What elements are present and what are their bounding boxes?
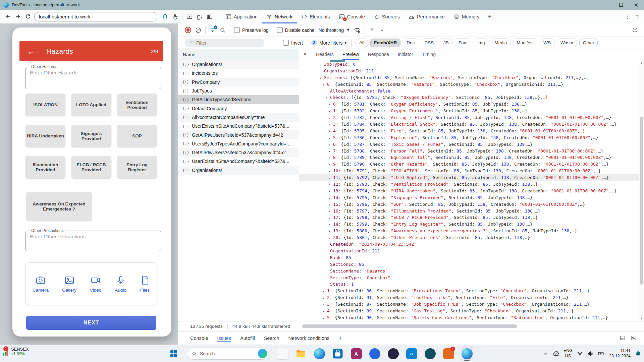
drawer-tab-issues[interactable]: Issues bbox=[217, 336, 231, 341]
detail-tab-headers[interactable]: Headers bbox=[316, 49, 334, 60]
collapsed-arrow-icon[interactable]: ▸ bbox=[323, 288, 327, 295]
throttling-dropdown[interactable]: No throttling▼ bbox=[319, 27, 350, 33]
json-line[interactable]: ▸20: {Id: 5801, Check: "Other Precaution… bbox=[299, 234, 639, 241]
collapsed-arrow-icon[interactable]: ▸ bbox=[329, 188, 333, 195]
collapsed-arrow-icon[interactable]: ▸ bbox=[329, 195, 333, 201]
hazard-button-elcb-rccb-provided[interactable]: ELCB / RCCB Provided bbox=[71, 156, 111, 178]
inspect-cursor-icon[interactable] bbox=[184, 12, 195, 22]
attachment-audio[interactable]: Audio bbox=[115, 275, 126, 293]
record-network-log-icon[interactable] bbox=[185, 27, 191, 33]
filter-pill-js[interactable]: JS bbox=[440, 39, 452, 47]
request-row[interactable]: {:}Organisations/ bbox=[178, 166, 299, 175]
json-line[interactable]: ▸5: {SectionId: 90, SectionName: "Safety… bbox=[299, 314, 639, 321]
json-line[interactable]: ▸18: {Id: 5799, Check: "Entry Log Regist… bbox=[299, 221, 639, 228]
request-row[interactable]: {:}JobTypes bbox=[178, 86, 299, 95]
filter-pill-media[interactable]: Media bbox=[491, 39, 511, 47]
json-line[interactable]: ▸3: {SectionId: 87, SectionName: "Job Sp… bbox=[299, 301, 639, 308]
collapsed-arrow-icon[interactable]: ▸ bbox=[329, 101, 333, 108]
language-indicator[interactable]: ENGUS bbox=[564, 348, 573, 359]
tab-network[interactable]: Network bbox=[262, 10, 297, 23]
collapsed-arrow-icon[interactable]: ▸ bbox=[329, 228, 333, 235]
detail-tab-preview[interactable]: Preview bbox=[342, 49, 359, 60]
collapsed-arrow-icon[interactable]: ▸ bbox=[329, 181, 333, 188]
tab-elements[interactable]: Elements bbox=[297, 10, 334, 23]
collapsed-arrow-icon[interactable]: ▸ bbox=[329, 215, 333, 221]
hazard-button-ventilation-provided[interactable]: Ventilation Provided bbox=[117, 94, 157, 116]
json-line[interactable]: ▸1: {Id: 5782, Check: "Oxygen Enrichment… bbox=[299, 108, 639, 114]
json-line[interactable]: ▸5: {Id: 5786, Check: "Explosion", Secti… bbox=[299, 134, 639, 141]
close-button[interactable] bbox=[629, 0, 644, 10]
json-line[interactable]: ▸4: {SectionId: 89, SectionName: "Gas Te… bbox=[299, 308, 639, 314]
hazard-button-isolation[interactable]: ISOLATION bbox=[25, 94, 65, 116]
taskbar-taskbar-app-5[interactable]: A bbox=[350, 346, 363, 361]
filter-pill-other[interactable]: Other bbox=[579, 39, 598, 47]
tab-application[interactable]: Application bbox=[221, 10, 262, 23]
hazard-button-signage-s-provided[interactable]: Signage's Provided bbox=[71, 125, 111, 147]
preserve-log-checkbox[interactable]: Preserve log bbox=[234, 27, 269, 33]
search-icon[interactable] bbox=[220, 27, 226, 33]
taskbar-microsoft-store[interactable] bbox=[331, 346, 344, 361]
request-row[interactable]: {:}UserExistsInSiteAndCompany?&siteId=53… bbox=[178, 122, 299, 130]
invert-checkbox[interactable]: Invert bbox=[283, 40, 303, 46]
json-line[interactable]: ▸10: {Id: 5791, Check: "ISOLATION", Sect… bbox=[299, 168, 639, 174]
collapsed-arrow-icon[interactable]: ▸ bbox=[329, 148, 333, 155]
collapsed-arrow-icon[interactable]: ▸ bbox=[323, 315, 327, 321]
tab-memory[interactable]: Memory bbox=[449, 10, 484, 23]
close-detail-icon[interactable]: × bbox=[303, 51, 307, 58]
add-drawer-tab-button[interactable]: + bbox=[338, 335, 342, 342]
hazard-button-entry-log-register[interactable]: Entry Log Register bbox=[117, 156, 157, 178]
device-toolbar-icon[interactable] bbox=[195, 12, 205, 22]
scrollbar-thumb[interactable] bbox=[302, 324, 517, 328]
taskbar-file-explorer[interactable] bbox=[294, 346, 307, 361]
json-line[interactable]: ▸12: {Id: 5793, Check: "Ventilation Prov… bbox=[299, 181, 639, 188]
settings-gear-icon[interactable] bbox=[632, 27, 638, 33]
battery-charging-icon[interactable] bbox=[598, 351, 605, 357]
collapsed-arrow-icon[interactable]: ▸ bbox=[323, 301, 327, 308]
expanded-arrow-icon[interactable]: ▾ bbox=[323, 81, 327, 88]
request-row[interactable]: {:}GetAllPtwUsers?siteId=537&companyId=4… bbox=[178, 130, 299, 139]
collapsed-arrow-icon[interactable]: ▸ bbox=[329, 175, 333, 181]
request-row[interactable]: {:}incidentsites bbox=[178, 69, 299, 77]
request-row[interactable]: {:}GetAllJobTypesAndSections bbox=[178, 95, 299, 104]
drawer-tab-console[interactable]: Console bbox=[190, 336, 208, 341]
back-arrow-icon[interactable]: ← bbox=[27, 47, 35, 56]
collapsed-arrow-icon[interactable]: ▸ bbox=[323, 308, 327, 315]
drawer-tab-search[interactable]: Search bbox=[264, 336, 279, 341]
request-row[interactable]: {:}UsersByJobTypesAndCompany?companyId=.… bbox=[178, 139, 299, 148]
taskbar-taskbar-app-3[interactable] bbox=[313, 346, 326, 361]
wifi-icon[interactable] bbox=[577, 351, 583, 357]
refresh-button[interactable] bbox=[23, 12, 33, 22]
filter-input[interactable]: Filter bbox=[185, 39, 264, 47]
hazard-button-loto-applied[interactable]: LOTO Applied bbox=[71, 94, 111, 116]
collapsed-arrow-icon[interactable]: ▸ bbox=[329, 161, 333, 168]
collapsed-arrow-icon[interactable]: ▸ bbox=[329, 201, 333, 208]
back-button[interactable] bbox=[3, 12, 13, 22]
filter-pill-css[interactable]: CSS bbox=[421, 39, 437, 47]
clock[interactable]: 11:4123-12-2024 bbox=[609, 348, 631, 359]
minimize-button[interactable] bbox=[598, 0, 613, 10]
stock-widget[interactable]: 1 SENSEX +1.09% bbox=[3, 347, 29, 356]
address-bar[interactable]: localhost/permit-to-work bbox=[34, 12, 157, 21]
json-line[interactable]: ▸8: {Id: 5789, Check: "Equipment fall", … bbox=[299, 154, 639, 161]
volume-icon[interactable] bbox=[587, 351, 593, 357]
collapsed-arrow-icon[interactable]: ▸ bbox=[329, 141, 333, 148]
json-line[interactable]: ▸2: {SectionId: 91, SectionName: "Toolbo… bbox=[299, 294, 639, 301]
collapsed-arrow-icon[interactable]: ▸ bbox=[329, 208, 333, 215]
devtools-menu-button[interactable]: ⋮ bbox=[625, 14, 630, 20]
next-button[interactable]: NEXT bbox=[26, 316, 156, 330]
attachment-gallery[interactable]: Gallery bbox=[62, 275, 76, 293]
collapsed-arrow-icon[interactable]: ▸ bbox=[329, 235, 333, 241]
devtools-help-button[interactable]: ? bbox=[636, 14, 639, 19]
request-list-header[interactable]: Name bbox=[178, 49, 299, 60]
hazard-button-illumination-provided[interactable]: Illumination Provided bbox=[25, 156, 65, 178]
taskbar-taskbar-app-1[interactable] bbox=[276, 346, 289, 361]
request-row[interactable]: {:}UserExistsInSiteAndCompany?&siteId=53… bbox=[178, 157, 299, 166]
drawer-dock-icon[interactable] bbox=[620, 335, 626, 341]
expanded-arrow-icon[interactable]: ▾ bbox=[326, 95, 330, 101]
json-line[interactable]: ▸6: {Id: 5787, Check: "Toxic Gases / Fum… bbox=[299, 141, 639, 148]
taskbar-vs-code[interactable]: ‹› bbox=[405, 346, 418, 361]
attachment-camera[interactable]: Camera bbox=[33, 275, 49, 293]
tray-chevron-icon[interactable] bbox=[543, 351, 548, 356]
collapsed-arrow-icon[interactable]: ▸ bbox=[329, 135, 333, 141]
filter-pill-wasm[interactable]: Wasm bbox=[557, 39, 577, 47]
